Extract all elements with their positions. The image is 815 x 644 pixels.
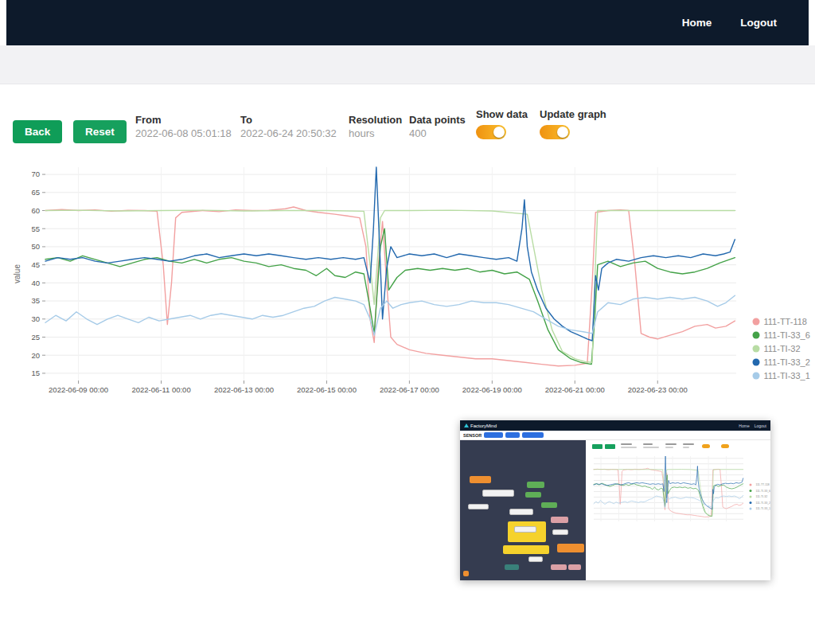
inset-text-bar <box>621 443 632 445</box>
svg-text:15: 15 <box>31 369 40 377</box>
svg-text:111-TI-33_1: 111-TI-33_1 <box>764 371 810 381</box>
inset-nav-logout: Logout <box>755 423 766 428</box>
timeseries-chart[interactable]: 1520253035404550556065702022-06-09 00:00… <box>11 159 813 398</box>
svg-text:50: 50 <box>31 242 40 251</box>
toggle-knob <box>557 127 568 138</box>
svg-text:40: 40 <box>31 279 40 287</box>
inset-text-bar <box>643 447 659 448</box>
inset-text-bar <box>621 447 637 448</box>
inset-text-bar <box>683 443 694 445</box>
inset-node <box>514 526 536 533</box>
toggle-knob <box>493 127 505 138</box>
svg-text:70: 70 <box>31 170 40 178</box>
inset-node <box>470 476 491 483</box>
inset-node <box>557 544 584 552</box>
inset-node <box>505 564 519 570</box>
svg-text:25: 25 <box>31 333 40 342</box>
svg-text:111-TI-32: 111-TI-32 <box>756 495 768 498</box>
svg-text:2022-06-15 00:00: 2022-06-15 00:00 <box>297 385 357 394</box>
inset-back-button <box>592 444 602 449</box>
svg-text:2022-06-09 00:00: 2022-06-09 00:00 <box>49 385 108 394</box>
inset-button <box>522 432 544 438</box>
svg-text:111-TI-33_6: 111-TI-33_6 <box>764 330 810 340</box>
svg-text:45: 45 <box>31 260 40 269</box>
to-label: To <box>240 114 337 126</box>
data-points-value: 400 <box>409 127 466 139</box>
svg-text:111-TI-33_2: 111-TI-33_2 <box>764 357 810 367</box>
update-graph-toggle-group: Update graph <box>540 108 606 139</box>
svg-text:2022-06-23 00:00: 2022-06-23 00:00 <box>628 385 688 394</box>
svg-text:2022-06-17 00:00: 2022-06-17 00:00 <box>380 385 439 394</box>
svg-text:20: 20 <box>31 351 40 360</box>
top-navbar: Home Logout <box>6 0 809 45</box>
chart-svg[interactable]: 1520253035404550556065702022-06-09 00:00… <box>11 159 813 398</box>
svg-text:111-TT-118: 111-TT-118 <box>756 483 770 486</box>
back-button[interactable]: Back <box>13 120 62 143</box>
data-points-field: Data points 400 <box>409 114 466 139</box>
inset-button <box>505 432 520 438</box>
inset-node <box>482 490 514 497</box>
svg-text:2022-06-11 00:00: 2022-06-11 00:00 <box>131 385 190 394</box>
inset-node-editor <box>460 440 586 580</box>
svg-text:60: 60 <box>31 206 40 215</box>
svg-text:111-TI-33_2: 111-TI-33_2 <box>756 502 771 505</box>
inset-node <box>525 492 541 498</box>
inset-button <box>484 432 503 438</box>
from-label: From <box>135 114 232 126</box>
subheader-band <box>0 45 815 84</box>
svg-text:111-TI-33_6: 111-TI-33_6 <box>756 490 771 493</box>
inset-node <box>509 509 533 515</box>
inset-text-bar <box>683 447 689 448</box>
inset-text-bar <box>643 443 653 445</box>
from-value: 2022-06-08 05:01:18 <box>135 127 232 139</box>
inset-navbar: FactoryMind Home Logout <box>460 420 770 431</box>
inset-chart-svg: 111-TT-118111-TI-33_6111-TI-32111-TI-33_… <box>586 451 770 531</box>
inset-node <box>463 571 469 576</box>
svg-text:111-TI-33_1: 111-TI-33_1 <box>756 507 771 510</box>
inset-body: 111-TT-118111-TI-33_6111-TI-32111-TI-33_… <box>460 440 770 580</box>
svg-text:30: 30 <box>31 314 40 323</box>
inset-node <box>551 564 567 570</box>
page: Home Logout Back Reset From 2022-06-08 0… <box>0 0 815 644</box>
svg-text:value: value <box>13 264 21 283</box>
inset-logo: FactoryMind <box>464 423 497 428</box>
inset-reset-button <box>605 444 615 449</box>
inset-nav: Home Logout <box>739 423 766 428</box>
svg-text:111-TI-32: 111-TI-32 <box>764 344 801 353</box>
inset-node <box>528 556 543 562</box>
nav-home[interactable]: Home <box>682 17 712 29</box>
inset-text-bar <box>665 443 677 445</box>
toolbar: Back Reset From 2022-06-08 05:01:18 To 2… <box>0 103 815 156</box>
show-data-toggle-group: Show data <box>476 108 528 139</box>
inset-screenshot: FactoryMind Home Logout SENSOR <box>460 420 770 580</box>
inset-node <box>552 529 568 535</box>
inset-node <box>468 504 489 509</box>
inset-node <box>568 564 581 570</box>
svg-text:35: 35 <box>31 296 40 305</box>
svg-text:2022-06-13 00:00: 2022-06-13 00:00 <box>214 385 274 394</box>
inset-node-highlighted <box>503 545 549 554</box>
to-field: To 2022-06-24 20:50:32 <box>240 114 337 139</box>
inset-app-title: FactoryMind <box>470 423 497 428</box>
inset-tab-bar: SENSOR <box>460 431 770 440</box>
inset-text-bar <box>665 447 673 448</box>
show-data-toggle[interactable] <box>476 125 506 139</box>
inset-toggle <box>702 444 710 448</box>
inset-tab-sensor: SENSOR <box>463 433 482 438</box>
svg-text:2022-06-21 00:00: 2022-06-21 00:00 <box>545 385 605 394</box>
data-points-label: Data points <box>409 114 466 126</box>
inset-toggle <box>721 444 729 448</box>
resolution-value: hours <box>349 127 402 139</box>
factorymind-logo-icon <box>464 423 469 427</box>
svg-text:2022-06-19 00:00: 2022-06-19 00:00 <box>462 385 522 394</box>
svg-text:111-TT-118: 111-TT-118 <box>764 317 807 326</box>
nav-logout[interactable]: Logout <box>740 17 777 29</box>
inset-nav-home: Home <box>739 423 749 428</box>
inset-node <box>541 502 557 508</box>
svg-text:55: 55 <box>31 224 40 233</box>
reset-button[interactable]: Reset <box>73 120 127 143</box>
inset-node <box>527 482 544 488</box>
resolution-field: Resolution hours <box>349 114 402 139</box>
update-graph-toggle[interactable] <box>540 125 570 139</box>
show-data-label: Show data <box>476 108 528 120</box>
